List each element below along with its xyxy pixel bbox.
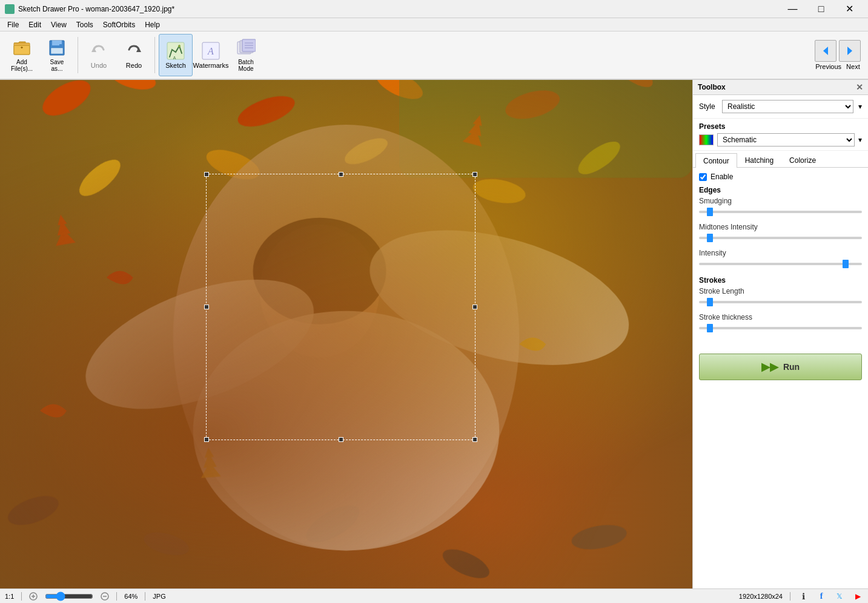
menu-edit[interactable]: Edit (24, 19, 46, 30)
stroke-thickness-label: Stroke thickness (699, 313, 862, 321)
window-controls: — □ ✕ (779, 0, 863, 18)
close-button[interactable]: ✕ (836, 0, 863, 18)
stroke-thickness-section: Stroke thickness (699, 313, 862, 333)
save-as-icon (47, 38, 67, 58)
batch-mode-icon (236, 38, 256, 58)
svg-point-40 (439, 544, 494, 584)
svg-point-41 (569, 521, 628, 553)
zoom-ratio: 1:1 (5, 593, 14, 600)
save-as-button[interactable]: Save as... (40, 34, 74, 76)
run-icon: ▶▶ (761, 360, 778, 374)
svg-rect-6 (59, 41, 62, 44)
zoom-in-icon (29, 592, 38, 601)
menu-softorbits[interactable]: SoftOrbits (98, 19, 140, 30)
redo-label: Redo (126, 62, 142, 69)
toolbar-separator-1 (78, 37, 78, 73)
zoom-slider[interactable] (45, 592, 93, 601)
smudging-label: Smudging (699, 197, 862, 205)
next-button[interactable] (839, 40, 861, 62)
facebook-icon[interactable]: f (816, 591, 827, 602)
title-bar-text: Sketch Drawer Pro - woman-2003647_1920.j… (18, 5, 174, 13)
previous-label: Previous (815, 63, 841, 70)
undo-icon (89, 41, 108, 61)
style-select[interactable]: Realistic Pencil Charcoal Ink (722, 100, 853, 113)
smudging-section: Smudging (699, 197, 862, 217)
handle-top-left[interactable] (204, 172, 209, 177)
enable-label[interactable]: Enable (711, 173, 733, 181)
style-row: Style Realistic Pencil Charcoal Ink ▾ (693, 95, 868, 119)
watermarks-label: Watermarks (193, 62, 229, 69)
watermarks-button[interactable]: A Watermarks (194, 34, 228, 76)
stroke-length-label: Stroke Length (699, 287, 862, 295)
presets-label: Presets (699, 122, 862, 131)
image-dimensions: 1920x1280x24 (739, 593, 783, 600)
intensity-section: Intensity (699, 249, 862, 269)
svg-point-37 (4, 490, 62, 531)
youtube-icon[interactable]: ▶ (852, 591, 863, 602)
app-icon (5, 4, 15, 14)
run-button[interactable]: ▶▶ Run (699, 354, 862, 380)
svg-rect-5 (52, 41, 59, 45)
svg-point-32 (74, 153, 127, 202)
status-bar: 1:1 64% JPG 1920x1280x24 ℹ f 𝕏 ▶ (0, 588, 868, 603)
image-area[interactable] (0, 80, 692, 588)
run-label: Run (783, 362, 800, 372)
svg-point-30 (502, 85, 563, 124)
handle-top-right[interactable] (472, 172, 477, 177)
toolbox-panel: Toolbox ✕ Style Realistic Pencil Charcoa… (692, 80, 868, 588)
enable-checkbox[interactable] (699, 173, 707, 181)
maximize-button[interactable]: □ (807, 0, 835, 18)
presets-section: Presets Schematic Default Detailed Rough… (693, 119, 868, 151)
toolbox-header: Toolbox ✕ (693, 80, 868, 95)
stroke-length-section: Stroke Length (699, 287, 862, 307)
handle-middle-right[interactable] (472, 305, 477, 309)
svg-text:A: A (173, 56, 176, 60)
svg-marker-22 (847, 47, 852, 55)
midtones-intensity-section: Midtones Intensity (699, 223, 862, 243)
prev-next-area: Previous Next (812, 38, 863, 73)
info-icon[interactable]: ℹ (798, 591, 809, 602)
tab-colorize[interactable]: Colorize (781, 153, 824, 167)
sketch-icon: A (166, 41, 185, 61)
handle-bottom-middle[interactable] (339, 437, 343, 442)
batch-mode-button[interactable]: Batch Mode (229, 34, 263, 76)
previous-button[interactable] (815, 40, 837, 62)
tab-contour[interactable]: Contour (695, 153, 737, 168)
menu-view[interactable]: View (46, 19, 71, 30)
zoom-out-icon (101, 592, 109, 601)
batch-mode-label: Batch Mode (238, 59, 254, 72)
svg-text:A: A (207, 46, 214, 56)
menu-tools[interactable]: Tools (71, 19, 98, 30)
add-files-button[interactable]: Add File(s)... (5, 34, 39, 76)
undo-button[interactable]: Undo (82, 34, 116, 76)
svg-rect-7 (51, 48, 63, 54)
handle-top-middle[interactable] (339, 172, 343, 177)
presets-icon (699, 134, 714, 145)
sketch-button[interactable]: A Sketch (159, 34, 193, 76)
menu-help[interactable]: Help (140, 19, 165, 30)
svg-point-27 (108, 80, 158, 94)
tabs-bar: Contour Hatching Colorize (693, 153, 868, 168)
main-content: Toolbox ✕ Style Realistic Pencil Charcoa… (0, 80, 868, 588)
minimize-button[interactable]: — (779, 0, 806, 18)
redo-button[interactable]: Redo (117, 34, 151, 76)
svg-point-39 (300, 498, 365, 550)
svg-point-29 (372, 80, 427, 105)
presets-select[interactable]: Schematic Default Detailed Rough (717, 133, 855, 147)
twitter-icon[interactable]: 𝕏 (834, 591, 845, 602)
svg-rect-3 (21, 47, 22, 48)
svg-point-11 (178, 45, 181, 47)
style-label: Style (699, 102, 717, 111)
toolbox-close-button[interactable]: ✕ (856, 82, 863, 92)
next-label: Next (846, 63, 860, 70)
handle-bottom-left[interactable] (204, 437, 209, 442)
handle-bottom-right[interactable] (472, 437, 477, 442)
file-format: JPG (153, 593, 165, 600)
menu-file[interactable]: File (2, 19, 24, 30)
tab-hatching[interactable]: Hatching (737, 153, 781, 167)
add-files-label: Add File(s)... (11, 59, 33, 72)
handle-middle-left[interactable] (204, 305, 209, 309)
watermarks-icon: A (201, 41, 220, 61)
selection-box[interactable] (206, 174, 475, 440)
svg-point-26 (37, 80, 96, 123)
